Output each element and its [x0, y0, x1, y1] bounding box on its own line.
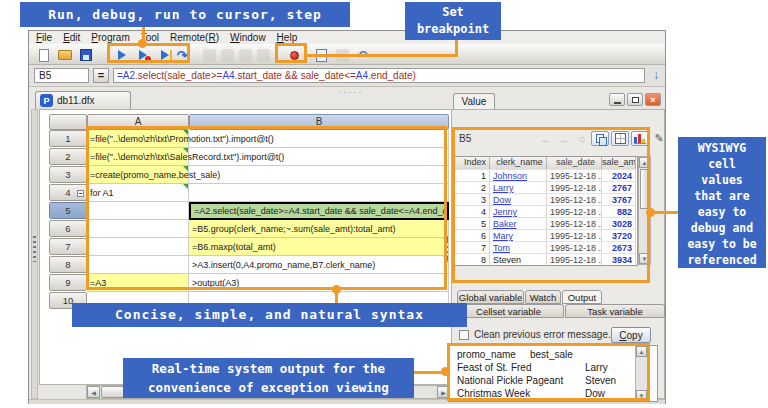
overflow-marker-icon — [183, 166, 188, 171]
value-table-header: Indexclerk_namesale_datesale_amt — [455, 157, 637, 169]
scroll-down-icon[interactable]: ▼ — [636, 390, 647, 401]
cell-A9[interactable]: =A3 — [87, 274, 189, 292]
cell-ref-box[interactable]: B5 — [34, 68, 89, 83]
grid-corner-header[interactable] — [49, 114, 87, 130]
value-chart-icon[interactable] — [631, 131, 649, 146]
annotation-run-debug: Run, debug, run to cursor, step — [20, 2, 350, 27]
table-row[interactable]: 8Steven1995-12-18 ..3934 — [455, 253, 637, 265]
cell-A1[interactable]: =file("..\demo\zh\txt\Promotion.txt").im… — [87, 130, 189, 148]
row-header-6[interactable]: 6 — [49, 220, 87, 237]
breakpoint-icon[interactable] — [286, 47, 302, 63]
cell-B8[interactable]: >A3.insert(0,A4.promo_name,B7.clerk_name… — [189, 256, 449, 274]
scroll-left-icon[interactable]: ◀ — [87, 386, 100, 398]
calc-icon-disabled — [237, 47, 253, 63]
row-header-1[interactable]: 1 — [49, 130, 87, 147]
value-table: Indexclerk_namesale_datesale_amt 1Johnso… — [454, 156, 638, 266]
cell-A7[interactable] — [87, 238, 189, 256]
cell-B4[interactable] — [189, 184, 449, 202]
table-row[interactable]: 6Mary1995-12-18 ..3720 — [455, 229, 637, 241]
tab-output[interactable]: Output — [562, 290, 602, 304]
close-button[interactable]: × — [645, 93, 661, 106]
col-sale-amt[interactable]: sale_amt — [602, 157, 636, 169]
cell-A2[interactable]: =file("..\demo\zh\txt\SalesRecord.txt").… — [87, 148, 189, 166]
row-header-3[interactable]: 3 — [49, 166, 87, 183]
formula-input[interactable]: =A2.select(sale_date>=A4.start_date && s… — [113, 68, 645, 83]
overflow-marker-icon — [183, 130, 188, 135]
run-icon[interactable] — [114, 47, 130, 63]
tab-watch[interactable]: Watch — [525, 290, 561, 304]
cellsheet-grid: A B 1 2 3 4 5 6 7 8 9 10 =file("..\demo\… — [39, 109, 452, 385]
step-execute-icon[interactable]: ↷ — [174, 47, 190, 63]
table-row[interactable]: 4Jenny1995-12-18 ..882 — [455, 205, 637, 217]
output-console[interactable]: promo_name best_sale Feast of St. Fred L… — [448, 345, 658, 402]
tab-global-variable[interactable]: Global variable — [457, 290, 524, 304]
expand-formula-icon[interactable]: ↓ — [649, 68, 663, 83]
clean-error-checkbox[interactable] — [459, 330, 469, 340]
row-header-7[interactable]: 7 — [49, 238, 87, 255]
menu-edit[interactable]: Edit — [63, 32, 80, 43]
table-row[interactable]: 2Larry1995-12-18 ..2767 — [455, 181, 637, 193]
vscroll-thumb[interactable] — [640, 169, 649, 209]
copy-button[interactable]: Copy — [611, 327, 651, 343]
document-tab-row: P db11.dfx — [29, 91, 665, 109]
minimize-button[interactable] — [609, 93, 625, 106]
tab-value[interactable]: Value — [453, 93, 495, 110]
tab-cellset-variable[interactable]: Cellset variable — [453, 304, 564, 318]
menu-window[interactable]: Window — [230, 32, 266, 43]
new-file-icon[interactable] — [36, 47, 52, 63]
cell-A5[interactable] — [87, 202, 189, 220]
scroll-up-icon[interactable]: ▲ — [636, 346, 647, 357]
equals-button[interactable]: = — [93, 68, 109, 83]
menu-help[interactable]: Help — [277, 32, 298, 43]
cell-B3[interactable] — [189, 166, 449, 184]
cell-B7[interactable]: =B6.maxp(total_amt) — [189, 238, 449, 256]
column-header-b[interactable]: B — [189, 114, 449, 130]
menu-file[interactable]: File — [36, 32, 52, 43]
value-cell-ref: B5 — [459, 133, 471, 144]
value-grid-icon[interactable] — [611, 131, 629, 146]
row-header-2[interactable]: 2 — [49, 148, 87, 165]
tab-task-variable[interactable]: Task variable — [565, 304, 665, 318]
table-row[interactable]: 7Tom1995-12-18 ..2673 — [455, 241, 637, 253]
row-header-4[interactable]: 4 — [49, 184, 87, 201]
col-index[interactable]: Index — [455, 157, 490, 169]
table-row[interactable]: 1Johnson1995-12-18 ..2024 — [455, 169, 637, 181]
column-header-a[interactable]: A — [87, 114, 189, 130]
open-file-icon[interactable] — [57, 47, 73, 63]
table-row[interactable]: 5Baker1995-12-18 ..3028 — [455, 217, 637, 229]
cell-B6[interactable]: =B5.group(clerk_name;~.sum(sale_amt):tot… — [189, 220, 449, 238]
cell-A4[interactable]: for A1 — [87, 184, 189, 202]
run-to-cursor-icon[interactable] — [157, 47, 173, 63]
menu-program[interactable]: Program — [91, 32, 129, 43]
output-vscrollbar[interactable]: ▲ ▼ — [635, 346, 648, 401]
row-header-8[interactable]: 8 — [49, 256, 87, 273]
restore-button[interactable] — [627, 93, 643, 106]
row-header-9[interactable]: 9 — [49, 274, 87, 291]
debug-icon[interactable] — [135, 47, 151, 63]
value-forward-icon: → — [555, 131, 573, 146]
cell-A8[interactable] — [87, 256, 189, 274]
cell-A3[interactable]: =create(promo_name,best_sale) — [87, 166, 189, 184]
scroll-up-icon[interactable]: ▲ — [639, 157, 650, 168]
menu-remote[interactable]: Remote(R) — [170, 32, 219, 43]
col-sale-date[interactable]: sale_date — [547, 157, 602, 169]
output-row-name: Feast of St. Fred — [457, 362, 531, 373]
cell-B5-selected[interactable]: =A2.select(sale_date>=A4.start_date && s… — [189, 202, 449, 220]
collapse-minus-icon[interactable] — [77, 190, 84, 197]
tab-db11-dfx[interactable]: P db11.dfx — [35, 91, 131, 109]
scroll-down-icon[interactable]: ▼ — [639, 253, 650, 264]
value-edit-pencil-icon[interactable]: ✎ — [650, 131, 668, 146]
connector-dot — [646, 208, 655, 217]
row-header-5[interactable]: 5 — [49, 202, 87, 219]
col-clerk-name[interactable]: clerk_name — [490, 157, 547, 169]
table-row[interactable]: 3Dow1995-12-18 ..3767 — [455, 193, 637, 205]
connector-breakpoint-v — [455, 40, 458, 57]
left-splitter-dots — [33, 236, 36, 262]
value-copy-icon[interactable] — [591, 131, 609, 146]
cell-A6[interactable] — [87, 220, 189, 238]
save-icon[interactable] — [78, 47, 94, 63]
connector-dot — [138, 39, 147, 48]
annotation-concise-syntax: Concise, simple, and natural syntax — [72, 303, 467, 327]
overflow-marker-icon — [443, 238, 448, 243]
cell-B9[interactable]: >output(A3) — [189, 274, 449, 292]
